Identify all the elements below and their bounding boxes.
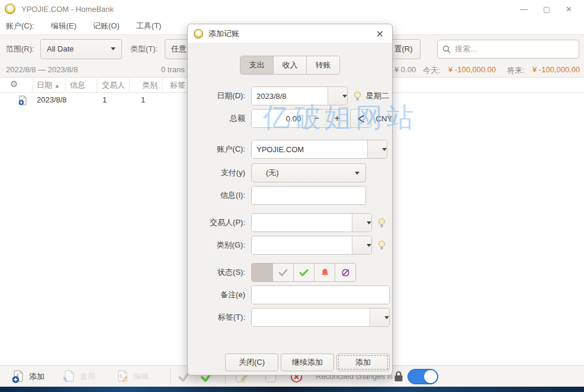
reset-label: 置(R) <box>394 44 412 54</box>
chevron-down-icon <box>367 221 371 224</box>
search-icon <box>442 45 451 53</box>
dialog-add-more-button[interactable]: 继续添加 <box>281 354 334 371</box>
payee-dropdown-button[interactable] <box>352 214 371 232</box>
apply-label: 套用 <box>80 371 95 382</box>
transaction-add-icon <box>18 95 28 105</box>
memo-label: 备注(e) <box>197 290 245 300</box>
category-input[interactable] <box>252 236 352 254</box>
date-dropdown-button[interactable] <box>328 87 347 105</box>
sort-asc-icon: ▲ <box>54 83 60 89</box>
add-label: 添加 <box>29 371 44 382</box>
toggle-knob <box>424 370 437 383</box>
category-combobox <box>251 236 372 255</box>
dialog-title: 添加记账 <box>208 28 239 39</box>
lightbulb-icon <box>378 218 386 228</box>
edit-label: 编辑 <box>133 371 149 382</box>
info-label: 信息(I): <box>197 190 245 201</box>
chevron-down-icon <box>382 148 387 151</box>
status-none-button[interactable] <box>252 264 272 281</box>
app-coin-icon <box>5 4 15 14</box>
today-label: 今天: <box>423 65 441 76</box>
payment-label: 支付(y) <box>197 168 245 178</box>
tags-input[interactable] <box>252 309 370 326</box>
search-box[interactable] <box>437 40 579 59</box>
column-payee[interactable]: 交易人 <box>102 80 125 91</box>
gear-icon[interactable]: ⚙ <box>10 79 18 89</box>
close-button[interactable]: ✕ <box>566 5 572 14</box>
inherit-transaction-button[interactable]: 套用 <box>63 366 95 387</box>
column-date[interactable]: 日期 ▲ <box>37 80 60 91</box>
future-label: 将来: <box>507 65 525 76</box>
lock-toggle[interactable] <box>407 369 438 384</box>
green-check-icon <box>299 269 309 277</box>
svg-text:£: £ <box>120 373 123 379</box>
chevron-down-icon <box>367 244 371 247</box>
chevron-down-icon <box>111 47 115 50</box>
payee-combobox <box>251 213 372 232</box>
dialog-close-icon[interactable]: ✕ <box>374 28 386 40</box>
range-dropdown[interactable]: All Date <box>40 39 122 59</box>
account-combobox <box>251 140 387 159</box>
range-label: 范围(R): <box>6 44 34 54</box>
edit-doc-icon: £ <box>116 370 129 384</box>
inherit-doc-icon <box>63 370 75 384</box>
status-cleared-button[interactable] <box>272 264 293 281</box>
menu-tools[interactable]: 工具(T) <box>136 21 162 31</box>
payee-label: 交易人(P): <box>197 217 245 228</box>
title-bar: YPOJIE.COM - HomeBank — ▢ ✕ <box>0 0 584 18</box>
future-value: ¥ -100,000.00 <box>532 65 580 74</box>
type-label: 类型(T): <box>130 44 158 54</box>
tab-transfer[interactable]: 转账 <box>306 56 339 74</box>
lock-icon <box>394 371 403 382</box>
tags-dropdown-button[interactable] <box>370 309 389 326</box>
split-button[interactable] <box>350 109 371 128</box>
amount-plus-button[interactable]: + <box>326 110 347 127</box>
amount-input[interactable] <box>252 110 306 127</box>
status-void-button[interactable] <box>335 264 355 281</box>
bell-icon <box>320 268 329 277</box>
info-input[interactable] <box>252 187 365 204</box>
dialog-button-row: 关闭(C) 继续添加 添加 <box>188 354 390 371</box>
transaction-count: 0 trans <box>161 65 185 74</box>
account-dropdown-button[interactable] <box>367 140 387 158</box>
date-combobox <box>251 86 348 105</box>
dialog-coin-icon <box>194 29 203 38</box>
dialog-add-button[interactable]: 添加 <box>336 354 390 371</box>
add-transaction-button[interactable]: £ 添加 <box>12 366 44 387</box>
payment-dropdown[interactable]: (无) <box>251 163 366 182</box>
maximize-button[interactable]: ▢ <box>543 5 550 14</box>
column-tags[interactable]: 标签 <box>170 80 185 91</box>
minimize-button[interactable]: — <box>520 5 528 14</box>
menu-transaction[interactable]: 记账(O) <box>93 21 120 31</box>
range-value: All Date <box>47 44 74 53</box>
status-label: 状态(S): <box>197 267 245 278</box>
account-input[interactable] <box>252 140 367 158</box>
void-icon <box>341 268 350 277</box>
column-category[interactable]: 类别 <box>142 80 158 91</box>
amount-minus-button[interactable]: − <box>306 110 326 127</box>
status-reconciled-button[interactable] <box>293 264 314 281</box>
tags-label: 标签(T): <box>197 312 245 323</box>
chevron-down-icon <box>342 95 347 98</box>
dialog-close-button[interactable]: 关闭(C) <box>225 354 278 371</box>
dialog-title-bar: 添加记账 ✕ <box>188 24 392 44</box>
tab-income[interactable]: 收入 <box>273 56 306 74</box>
memo-input[interactable] <box>252 286 389 304</box>
tab-expense[interactable]: 支出 <box>240 56 273 74</box>
status-segmented-control <box>251 263 356 282</box>
category-dropdown-button[interactable] <box>352 236 371 254</box>
weekday-text: 星期二 <box>366 91 389 101</box>
account-label: 账户(C): <box>197 144 245 155</box>
status-remind-button[interactable] <box>314 264 335 281</box>
menu-edit[interactable]: 编辑(E) <box>51 21 76 31</box>
payee-input[interactable] <box>252 214 352 232</box>
window-title: YPOJIE.COM - HomeBank <box>21 5 114 14</box>
chevron-down-icon <box>355 172 360 175</box>
search-input[interactable] <box>455 44 574 53</box>
edit-transaction-button[interactable]: £ 编辑 <box>116 366 149 387</box>
date-input[interactable] <box>252 87 328 105</box>
menu-account[interactable]: 账户(C): <box>6 21 34 31</box>
column-info[interactable]: 信息 <box>70 80 85 91</box>
transaction-type-tabs: 支出 收入 转账 <box>240 56 340 75</box>
lightbulb-icon <box>378 240 386 250</box>
